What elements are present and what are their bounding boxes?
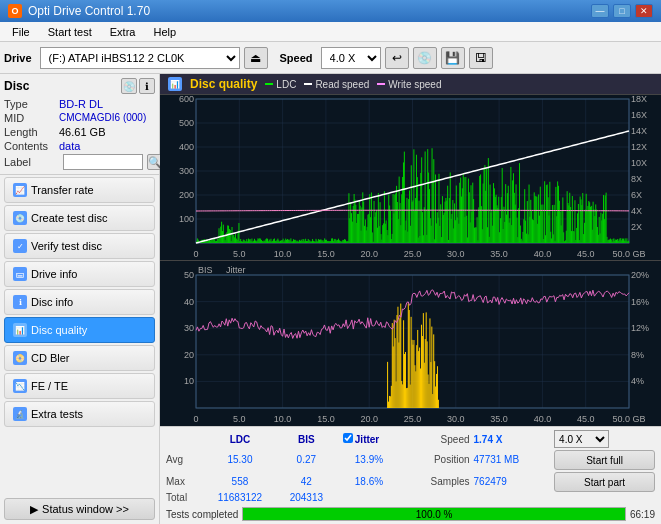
disc-label-input[interactable]: [63, 154, 143, 170]
disc-length-row: Length 46.61 GB: [4, 126, 155, 138]
avg-bis: 0.27: [278, 448, 335, 470]
app-icon: O: [8, 4, 22, 18]
chart-header: 📊 Disc quality LDC Read speed Write spee…: [160, 74, 661, 95]
position-value: 47731 MB: [470, 448, 555, 470]
charts-container: [160, 95, 661, 426]
drive-toolbar: Drive (F:) ATAPI iHBS112 2 CL0K ⏏ Speed …: [0, 42, 661, 74]
disc-contents-row: Contents data: [4, 140, 155, 152]
right-panel: 📊 Disc quality LDC Read speed Write spee…: [160, 74, 661, 524]
drive-info-icon: 🖴: [13, 267, 27, 281]
drive-label: Drive: [4, 52, 32, 64]
nav-verify-test-disc[interactable]: ✓ Verify test disc: [4, 233, 155, 259]
speed-select-stats[interactable]: 4.0 X: [554, 430, 609, 448]
disc-section: Disc 💿 ℹ Type BD-R DL MID CMCMAGDI6 (000…: [0, 74, 159, 175]
col-bis: BIS: [278, 430, 335, 448]
menu-start-test[interactable]: Start test: [40, 24, 100, 40]
nav-buttons: 📈 Transfer rate 💿 Create test disc ✓ Ver…: [0, 175, 159, 494]
disc-contents-value: data: [59, 140, 80, 152]
drive-select[interactable]: (F:) ATAPI iHBS112 2 CL0K: [40, 47, 240, 69]
disc-info-icon: ℹ: [13, 295, 27, 309]
speed-value: 1.74 X: [470, 430, 555, 448]
start-full-button[interactable]: Start full: [554, 450, 655, 470]
jitter-checkbox[interactable]: [343, 433, 353, 443]
stats-table: LDC BIS Jitter Speed 1.74 X 4.0 X: [166, 430, 655, 503]
samples-value: 762479: [470, 470, 555, 492]
status-window-button[interactable]: ▶ Status window >>: [4, 498, 155, 520]
extra-tests-icon: 🔬: [13, 407, 27, 421]
legend-ldc: LDC: [265, 79, 296, 90]
nav-create-test-disc[interactable]: 💿 Create test disc: [4, 205, 155, 231]
bottom-chart-canvas: [160, 261, 661, 426]
nav-disc-quality[interactable]: 📊 Disc quality: [4, 317, 155, 343]
disc-contents-label: Contents: [4, 140, 59, 152]
title-bar-left: O Opti Drive Control 1.70: [8, 4, 150, 18]
disc-length-value: 46.61 GB: [59, 126, 105, 138]
menu-file[interactable]: File: [4, 24, 38, 40]
title-bar: O Opti Drive Control 1.70 — □ ✕: [0, 0, 661, 22]
disc-type-label: Type: [4, 98, 59, 110]
avg-label: Avg: [166, 448, 202, 470]
refresh-button[interactable]: ↩: [385, 47, 409, 69]
avg-ldc: 15.30: [202, 448, 278, 470]
samples-label: Samples: [403, 470, 469, 492]
chart-icon: 📊: [168, 77, 182, 91]
main-area: Disc 💿 ℹ Type BD-R DL MID CMCMAGDI6 (000…: [0, 74, 661, 524]
status-bar-container: Tests completed 100.0 % 66:19: [166, 507, 655, 521]
total-bis: 204313: [278, 492, 335, 503]
bottom-chart: [160, 261, 661, 426]
disc-info-btn[interactable]: ℹ: [139, 78, 155, 94]
elapsed-time: 66:19: [630, 509, 655, 520]
nav-drive-info[interactable]: 🖴 Drive info: [4, 261, 155, 287]
disc-type-row: Type BD-R DL: [4, 98, 155, 110]
speed-select[interactable]: 4.0 X: [321, 47, 381, 69]
disc-label-row: Label 🔍: [4, 154, 155, 170]
speed-label-stat: Speed: [403, 430, 469, 448]
legend-read-speed: Read speed: [304, 79, 369, 90]
minimize-button[interactable]: —: [591, 4, 609, 18]
maximize-button[interactable]: □: [613, 4, 631, 18]
stats-row: LDC BIS Jitter Speed 1.74 X 4.0 X: [166, 430, 655, 503]
legend-write-speed: Write speed: [377, 79, 441, 90]
save-button[interactable]: 💾: [441, 47, 465, 69]
total-label: Total: [166, 492, 202, 503]
transfer-rate-icon: 📈: [13, 183, 27, 197]
read-speed-color: [304, 83, 312, 85]
total-ldc: 11683122: [202, 492, 278, 503]
create-disc-icon: 💿: [13, 211, 27, 225]
nav-transfer-rate[interactable]: 📈 Transfer rate: [4, 177, 155, 203]
start-part-button[interactable]: Start part: [554, 472, 655, 492]
window-controls[interactable]: — □ ✕: [591, 4, 653, 18]
disc-type-value: BD-R DL: [59, 98, 103, 110]
disc-icon[interactable]: 💿: [121, 78, 137, 94]
progress-text: 100.0 %: [243, 508, 625, 520]
col-ldc: LDC: [202, 430, 278, 448]
menu-help[interactable]: Help: [145, 24, 184, 40]
fe-te-icon: 📉: [13, 379, 27, 393]
disc-mid-label: MID: [4, 112, 59, 124]
status-text: Tests completed: [166, 509, 238, 520]
close-button[interactable]: ✕: [635, 4, 653, 18]
top-chart: [160, 95, 661, 261]
disc-mid-value: CMCMAGDI6 (000): [59, 112, 146, 123]
max-jitter: 18.6%: [355, 470, 403, 492]
max-bis: 42: [278, 470, 335, 492]
progress-bar: 100.0 %: [242, 507, 626, 521]
speed-label: Speed: [280, 52, 313, 64]
left-panel: Disc 💿 ℹ Type BD-R DL MID CMCMAGDI6 (000…: [0, 74, 160, 524]
action-buttons: Start full Start part: [554, 450, 655, 492]
max-ldc: 558: [202, 470, 278, 492]
disc-label-label: Label: [4, 156, 59, 168]
position-label: Position: [403, 448, 469, 470]
nav-fe-te[interactable]: 📉 FE / TE: [4, 373, 155, 399]
disc-header: Disc 💿 ℹ: [4, 78, 155, 94]
nav-cd-bler[interactable]: 📀 CD Bler: [4, 345, 155, 371]
disc-button[interactable]: 💿: [413, 47, 437, 69]
nav-disc-info[interactable]: ℹ Disc info: [4, 289, 155, 315]
menu-bar: File Start test Extra Help: [0, 22, 661, 42]
window-title: Opti Drive Control 1.70: [28, 4, 150, 18]
max-label: Max: [166, 470, 202, 492]
save2-button[interactable]: 🖫: [469, 47, 493, 69]
nav-extra-tests[interactable]: 🔬 Extra tests: [4, 401, 155, 427]
menu-extra[interactable]: Extra: [102, 24, 144, 40]
eject-button[interactable]: ⏏: [244, 47, 268, 69]
